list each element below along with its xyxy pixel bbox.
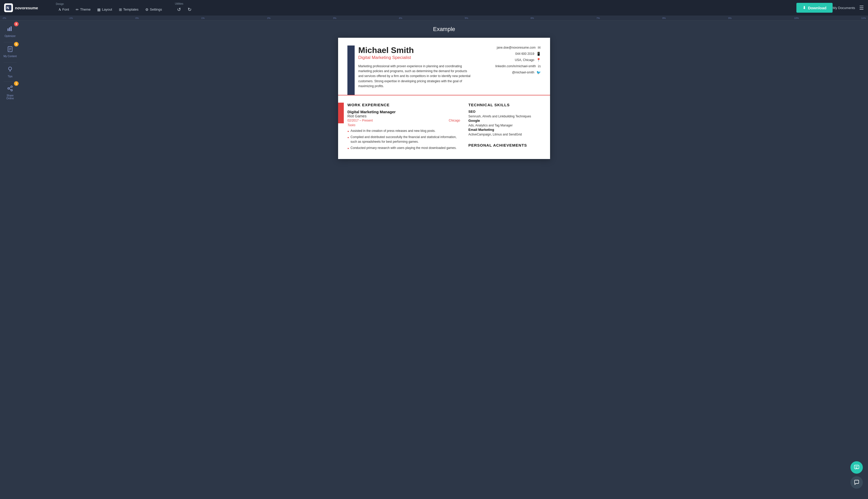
sidebar-item-tips[interactable]: Tips xyxy=(1,64,19,81)
svg-rect-2 xyxy=(8,28,9,31)
resume-name-block: Michael Smith Digital Marketing Speciali… xyxy=(358,46,473,89)
work-experience-column: WORK EXPERIENCE Digital Marketing Manage… xyxy=(347,102,460,152)
personal-achievements-title: PERSONAL ACHIEVEMENTS xyxy=(468,143,541,147)
download-label: Download xyxy=(808,6,827,10)
my-content-badge: 5 xyxy=(14,42,18,47)
contact-linkedin-row: linkedin.com/in/michael-smith in xyxy=(495,64,541,68)
job-date-0: 02/2017 – Present xyxy=(347,119,373,122)
contact-linkedin: linkedin.com/in/michael-smith xyxy=(495,64,536,68)
utility-items: ↺ ↻ xyxy=(175,6,194,13)
font-icon: 𝐀 xyxy=(59,7,61,12)
svg-point-13 xyxy=(8,88,9,89)
svg-line-15 xyxy=(9,87,11,88)
contact-phone-row: 044 600 2019 📱 xyxy=(516,52,541,56)
svg-line-16 xyxy=(9,89,11,90)
left-col-accent xyxy=(338,102,344,123)
contact-location-row: USA, Chicago 📍 xyxy=(515,58,541,62)
my-content-label: My Content xyxy=(3,55,16,58)
redo-button[interactable]: ↻ xyxy=(186,6,194,13)
utilities-label: Utilities xyxy=(175,2,183,5)
logo-text: novoresume xyxy=(15,6,38,10)
location-icon: 📍 xyxy=(536,58,541,62)
optimizer-icon xyxy=(7,26,13,34)
bullet-dot-0: ● xyxy=(347,129,349,133)
nav-item-font[interactable]: 𝐀 Font xyxy=(56,6,72,13)
skill-category-google: Google xyxy=(468,119,541,123)
skill-category-email: Email Marketing xyxy=(468,128,541,132)
contact-twitter-row: @michael-smith 🐦 xyxy=(512,70,541,74)
contact-twitter: @michael-smith xyxy=(512,71,534,74)
contact-email: jane.doe@novoresume.com xyxy=(497,46,536,49)
skills-column: TECHNICAL SKILLS SEO Semrush, Ahrefs and… xyxy=(468,102,541,152)
ruler-mark-13: 11% xyxy=(861,17,866,20)
tips-label: Tips xyxy=(8,75,13,78)
tips-icon xyxy=(7,66,13,74)
design-nav-items: 𝐀 Font ✏ Theme ▦ Layout ⊞ Templates ⚙ xyxy=(56,6,165,13)
design-group: Design 𝐀 Font ✏ Theme ▦ Layout ⊞ Templat… xyxy=(56,3,165,13)
nav-section: Design 𝐀 Font ✏ Theme ▦ Layout ⊞ Templat… xyxy=(51,2,794,13)
ruler-mark-7: 5% xyxy=(465,17,468,20)
share-online-wrapper: Share Online 1 xyxy=(1,83,19,102)
resume-card[interactable]: Michael Smith Digital Marketing Speciali… xyxy=(338,38,550,159)
chat-support-button[interactable] xyxy=(851,461,863,474)
logo-icon[interactable]: N xyxy=(4,3,13,12)
job-entry-0: Digital Marketing Manager Riot Games 02/… xyxy=(347,110,460,150)
bullet-text-1: Compiled and distributed successfully th… xyxy=(350,135,460,144)
optimizer-wrapper: Optimizer 8 xyxy=(1,23,19,40)
technical-skills-title: TECHNICAL SKILLS xyxy=(468,102,541,107)
bullet-text-0: Assisted in the creation of press releas… xyxy=(350,129,436,133)
ruler-marks: -2% -1% 0% 1% 2% 3% 4% 5% 6% 7% 8% 9% 10… xyxy=(2,17,866,20)
utilities-group: Utilities ↺ ↻ xyxy=(175,2,194,13)
nav-item-layout[interactable]: ▦ Layout xyxy=(95,6,114,13)
resume-summary: Marketing professional with proven exper… xyxy=(358,64,472,89)
svg-text:N: N xyxy=(7,6,9,10)
layout-label: Layout xyxy=(102,8,112,11)
bullet-0: ● Assisted in the creation of press rele… xyxy=(347,129,460,133)
download-button[interactable]: ⬇ Download xyxy=(796,3,833,13)
optimizer-badge: 8 xyxy=(14,22,18,26)
ruler-mark-3: 1% xyxy=(201,17,205,20)
bullet-dot-2: ● xyxy=(347,146,349,150)
nav-item-theme[interactable]: ✏ Theme xyxy=(73,6,93,13)
date-location-0: 02/2017 – Present Chicago xyxy=(347,119,460,122)
share-online-badge: 1 xyxy=(14,81,18,86)
job-title-0: Digital Marketing Manager xyxy=(347,110,460,114)
ruler-mark-6: 4% xyxy=(399,17,402,20)
skill-seo: SEO Semrush, Ahrefs and Linkbuilding Tec… xyxy=(468,110,541,119)
ruler-mark-8: 6% xyxy=(531,17,534,20)
phone-icon: 📱 xyxy=(536,52,541,56)
ruler: -2% -1% 0% 1% 2% 3% 4% 5% 6% 7% 8% 9% 10… xyxy=(0,15,868,21)
share-icon xyxy=(7,85,13,93)
my-content-wrapper: My Content 5 xyxy=(1,44,19,60)
chat-message-button[interactable] xyxy=(851,476,863,489)
linkedin-icon: in xyxy=(538,64,541,68)
bullet-2: ● Conducted primary research with users … xyxy=(347,146,460,150)
ruler-mark-0: -2% xyxy=(2,17,6,20)
left-sidebar: Optimizer 8 My Content 5 xyxy=(0,21,20,499)
ruler-mark-10: 8% xyxy=(662,17,666,20)
font-label: Font xyxy=(62,8,69,11)
share-online-label: Share Online xyxy=(3,94,17,100)
ruler-mark-1: -1% xyxy=(69,17,73,20)
skill-email: Email Marketing ActiveCampaign, Litmus a… xyxy=(468,128,541,137)
bullet-dot-1: ● xyxy=(347,135,349,139)
resume-name: Michael Smith xyxy=(358,46,473,55)
nav-item-templates[interactable]: ⊞ Templates xyxy=(116,6,141,13)
contact-email-row: jane.doe@novoresume.com ✉ xyxy=(497,46,541,50)
svg-point-9 xyxy=(9,67,12,70)
theme-label: Theme xyxy=(80,8,90,11)
ruler-mark-12: 10% xyxy=(794,17,799,20)
svg-rect-3 xyxy=(9,27,10,31)
contact-location: USA, Chicago xyxy=(515,58,534,62)
design-label: Design xyxy=(56,3,64,5)
theme-icon: ✏ xyxy=(76,8,79,12)
undo-button[interactable]: ↺ xyxy=(175,6,183,13)
sidebar-divider-2 xyxy=(4,62,16,63)
nav-item-settings[interactable]: ⚙ Settings xyxy=(143,6,165,13)
resume-bottom-section: WORK EXPERIENCE Digital Marketing Manage… xyxy=(338,95,550,159)
ruler-mark-4: 2% xyxy=(267,17,270,20)
hamburger-menu[interactable]: ☰ xyxy=(859,5,864,11)
ruler-mark-5: 3% xyxy=(333,17,336,20)
email-icon: ✉ xyxy=(538,46,541,50)
my-documents-link[interactable]: My Documents xyxy=(833,6,855,10)
